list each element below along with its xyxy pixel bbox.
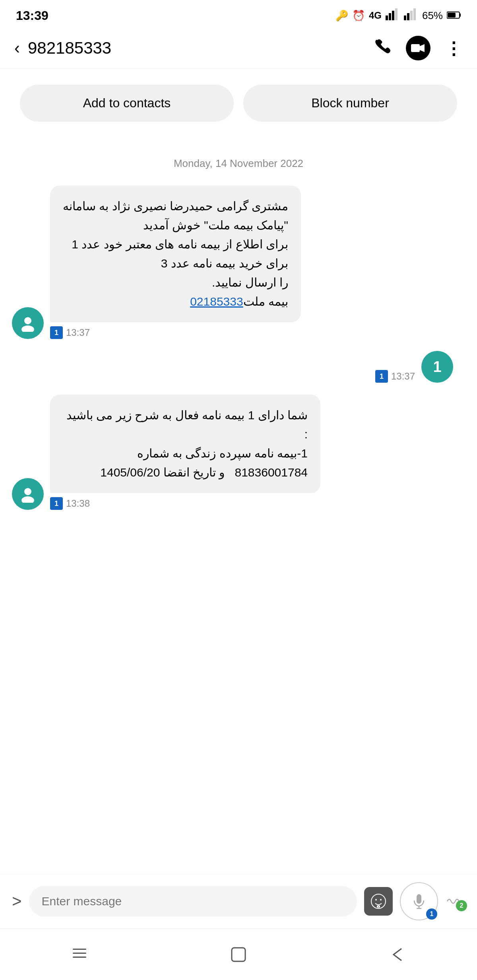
message-bubble-3: شما دارای 1 بیمه نامه فعال به شرح زیر می… [50, 395, 320, 510]
svg-rect-6 [410, 11, 413, 20]
action-buttons: Add to contacts Block number [0, 69, 477, 134]
svg-rect-5 [407, 13, 409, 20]
nav-bar: ‹ 982185333 ⋮ [0, 28, 477, 69]
battery-text: 65% [422, 10, 443, 22]
date-separator: Monday, 14 November 2022 [12, 157, 465, 170]
expand-icon[interactable]: > [12, 892, 22, 911]
add-to-contacts-button[interactable]: Add to contacts [20, 85, 234, 122]
avatar-3 [12, 478, 44, 510]
message-meta-3: 1 13:38 [50, 497, 320, 510]
mic-button[interactable]: 1 [400, 882, 438, 920]
contact-number: 982185333 [28, 39, 111, 58]
block-number-button[interactable]: Block number [243, 85, 457, 122]
key-icon: 🔑 [335, 10, 348, 22]
message-time-3: 13:38 [66, 498, 90, 509]
status-icons: 🔑 ⏰ 4G 65% [335, 8, 461, 23]
bubble-text-1: مشتری گرامی حمیدرضا نصیری نژاد به سامانه… [50, 186, 301, 322]
wave-button[interactable]: 2 [445, 893, 465, 909]
svg-point-15 [21, 496, 34, 503]
outgoing-meta: 1 13:37 [375, 366, 415, 383]
signal-icon [386, 8, 400, 23]
message-input[interactable] [29, 886, 357, 917]
bottom-nav [0, 928, 477, 980]
svg-point-14 [24, 488, 31, 495]
network-4g-icon: 4G [369, 10, 382, 21]
alarm-icon: ⏰ [352, 10, 365, 22]
video-call-icon[interactable] [406, 36, 430, 60]
message-meta-1: 1 13:37 [50, 326, 301, 339]
signal2-icon [404, 8, 418, 23]
nav-right: ⋮ [374, 36, 463, 60]
nav-left: ‹ 982185333 [14, 39, 111, 58]
message-link-prefix: بیمه ملت [243, 295, 288, 308]
nav-back[interactable] [378, 943, 417, 966]
svg-rect-4 [404, 15, 406, 20]
svg-rect-7 [413, 8, 416, 20]
message-row: مشتری گرامی حمیدرضا نصیری نژاد به سامانه… [12, 186, 465, 339]
avatar [12, 307, 44, 339]
message-row-3: شما دارای 1 بیمه نامه فعال به شرح زیر می… [12, 395, 465, 510]
status-time: 13:39 [16, 8, 48, 23]
svg-rect-24 [73, 953, 86, 954]
message-meta-2: 1 13:37 [375, 370, 415, 383]
avatar-outgoing: 1 [421, 351, 453, 383]
svg-rect-0 [386, 15, 388, 20]
svg-rect-2 [392, 11, 394, 20]
input-bar: > 1 2 [0, 874, 477, 928]
msg-badge-3: 1 [50, 497, 63, 510]
emoji-button[interactable] [364, 887, 393, 916]
svg-rect-26 [232, 948, 245, 961]
svg-point-20 [378, 906, 379, 907]
msg-badge-1: 1 [50, 326, 63, 339]
call-icon[interactable] [374, 38, 392, 59]
back-button[interactable]: ‹ [14, 40, 20, 56]
bubble-text-3: شما دارای 1 بیمه نامه فعال به شرح زیر می… [50, 395, 320, 493]
svg-rect-11 [411, 44, 420, 52]
svg-rect-25 [73, 957, 86, 958]
svg-rect-23 [73, 949, 86, 950]
battery-icon [447, 10, 461, 22]
svg-point-13 [21, 325, 34, 332]
message-time-1: 13:37 [66, 327, 90, 338]
svg-rect-10 [448, 13, 456, 17]
svg-rect-1 [389, 13, 391, 20]
svg-rect-3 [395, 8, 398, 20]
more-options-icon[interactable]: ⋮ [445, 38, 463, 58]
svg-point-17 [375, 899, 377, 901]
status-bar: 13:39 🔑 ⏰ 4G 65% [0, 0, 477, 28]
msg-badge-2: 1 [375, 370, 388, 383]
chat-area: Monday, 14 November 2022 مشتری گرامی حمی… [0, 134, 477, 769]
message-link[interactable]: 02185333 [190, 295, 243, 308]
nav-recent-apps[interactable] [60, 943, 99, 966]
message-bubble-1: مشتری گرامی حمیدرضا نصیری نژاد به سامانه… [50, 186, 301, 339]
svg-point-18 [380, 899, 382, 901]
svg-rect-9 [460, 14, 461, 17]
wave-badge: 2 [456, 900, 467, 911]
nav-home[interactable] [219, 943, 258, 966]
mic-badge: 1 [426, 908, 437, 920]
outgoing-row: 1 1 13:37 [12, 351, 465, 383]
svg-point-12 [24, 317, 31, 324]
message-time-2: 13:37 [391, 371, 415, 382]
